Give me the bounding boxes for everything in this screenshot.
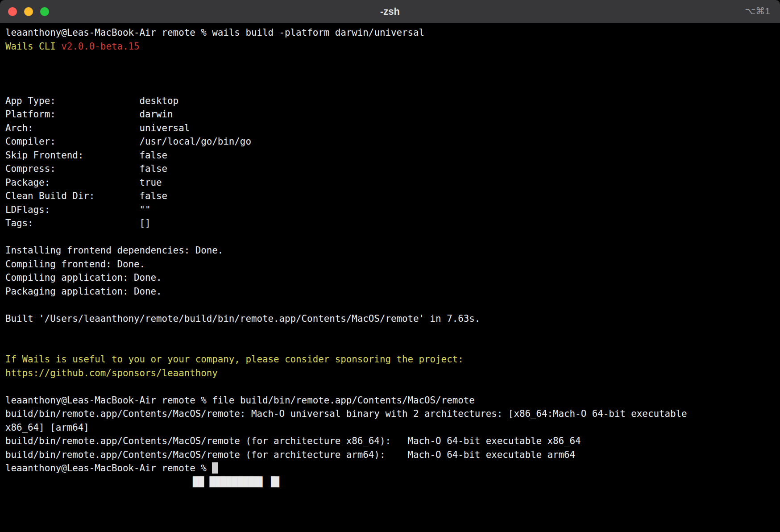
blank-line — [5, 298, 775, 312]
blank-line — [5, 380, 775, 394]
build-info-label: Compress: — [5, 162, 139, 176]
sponsor-message: If Wails is useful to you or your compan… — [5, 353, 775, 366]
build-info-row: LDFlags:"" — [5, 203, 775, 217]
blank-line — [5, 230, 775, 244]
build-info-value: desktop — [139, 96, 178, 106]
blank-line — [5, 67, 775, 81]
window-title: -zsh — [0, 6, 780, 17]
build-info-row: Compress:false — [5, 162, 775, 176]
progress-line: Compiling application: Done. — [5, 271, 775, 285]
file-output-line: x86_64] [arm64] — [5, 421, 775, 435]
zoom-button[interactable] — [40, 7, 49, 16]
shell-prompt: leaanthony@Leas-MacBook-Air remote % — [5, 463, 212, 474]
build-info-label: Arch: — [5, 121, 139, 135]
clipped-artifact: ██ █████████▌ █▌ — [5, 475, 775, 489]
cli-name: Wails CLI — [5, 41, 61, 52]
blank-line — [5, 325, 775, 339]
build-info-row: Package:true — [5, 176, 775, 190]
build-info-label: Skip Frontend: — [5, 149, 139, 162]
build-info-value: universal — [139, 123, 190, 133]
blank-line — [5, 339, 775, 353]
build-info-label: Compiler: — [5, 135, 139, 149]
file-output-line: build/bin/remote.app/Contents/MacOS/remo… — [5, 448, 775, 462]
build-info-row: Skip Frontend:false — [5, 149, 775, 162]
blank-line — [5, 53, 775, 67]
minimize-button[interactable] — [24, 7, 33, 16]
build-info-value: false — [139, 163, 167, 174]
command-line-file: leaanthony@Leas-MacBook-Air remote % fil… — [5, 394, 775, 407]
build-info-label: Clean Build Dir: — [5, 189, 139, 203]
build-info-label: Tags: — [5, 216, 139, 230]
shell-prompt: leaanthony@Leas-MacBook-Air remote % — [5, 27, 212, 38]
build-info-label: Platform: — [5, 108, 139, 121]
command-text: file build/bin/remote.app/Contents/MacOS… — [212, 395, 474, 406]
traffic-lights — [0, 7, 49, 16]
wails-cli-banner: Wails CLI v2.0.0-beta.15 — [5, 40, 775, 54]
active-prompt-line: leaanthony@Leas-MacBook-Air remote % — [5, 461, 775, 475]
build-info-row: Clean Build Dir:false — [5, 189, 775, 203]
terminal-cursor — [212, 462, 218, 474]
built-result-line: Built '/Users/leaanthony/remote/build/bi… — [5, 312, 775, 326]
build-info-value: true — [139, 177, 162, 188]
window-titlebar[interactable]: -zsh ⌥⌘1 — [0, 0, 780, 23]
window-shortcut-hint: ⌥⌘1 — [745, 6, 770, 17]
build-info-value: false — [139, 150, 167, 161]
terminal-window: -zsh ⌥⌘1 leaanthony@Leas-MacBook-Air rem… — [0, 0, 780, 532]
file-output-line: build/bin/remote.app/Contents/MacOS/remo… — [5, 407, 775, 421]
progress-line: Installing frontend dependencies: Done. — [5, 244, 775, 258]
build-info-value: [] — [139, 218, 150, 229]
build-info-row: Compiler:/usr/local/go/bin/go — [5, 135, 775, 149]
build-info-value: darwin — [139, 109, 173, 120]
cli-version: v2.0.0-beta.15 — [61, 41, 139, 52]
progress-line: Packaging application: Done. — [5, 285, 775, 299]
sponsor-link[interactable]: https://github.com/sponsors/leaanthony — [5, 366, 775, 380]
build-info-row: App Type:desktop — [5, 94, 775, 108]
build-info-label: LDFlags: — [5, 203, 139, 217]
build-info-label: App Type: — [5, 94, 139, 108]
build-info-value: false — [139, 191, 167, 201]
build-info-row: Arch:universal — [5, 121, 775, 135]
build-info-label: Package: — [5, 176, 139, 190]
progress-line: Compiling frontend: Done. — [5, 258, 775, 271]
terminal-screen[interactable]: leaanthony@Leas-MacBook-Air remote % wai… — [0, 23, 780, 532]
build-info-row: Platform:darwin — [5, 108, 775, 121]
blank-line — [5, 80, 775, 94]
file-output-line: build/bin/remote.app/Contents/MacOS/remo… — [5, 434, 775, 448]
shell-prompt: leaanthony@Leas-MacBook-Air remote % — [5, 395, 212, 406]
build-info-value: /usr/local/go/bin/go — [139, 136, 251, 147]
build-info-value: "" — [139, 204, 150, 215]
command-text: wails build -platform darwin/universal — [212, 27, 424, 38]
command-line-build: leaanthony@Leas-MacBook-Air remote % wai… — [5, 26, 775, 40]
close-button[interactable] — [8, 7, 17, 16]
build-info-row: Tags:[] — [5, 216, 775, 230]
